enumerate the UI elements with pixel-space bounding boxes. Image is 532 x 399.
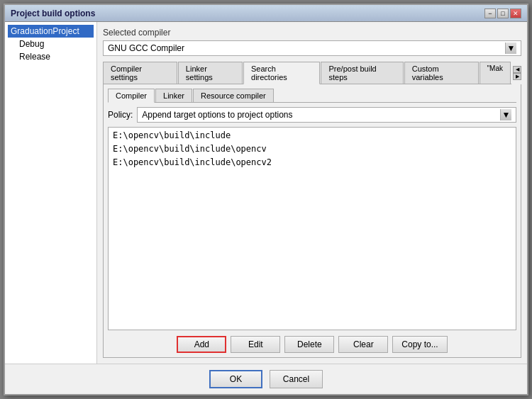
policy-dropdown-arrow[interactable]: ▼ [500, 109, 511, 120]
main-tabs-row: Compiler settings Linker settings Search… [103, 62, 521, 84]
tab-compiler-settings[interactable]: Compiler settings [103, 62, 177, 84]
inner-panel: Compiler Linker Resource compiler Policy… [103, 84, 521, 358]
tab-custom-variables[interactable]: Custom variables [404, 62, 479, 84]
maximize-button[interactable]: □ [497, 9, 509, 18]
tab-search-directories[interactable]: Search directories [243, 62, 320, 84]
edit-button[interactable]: Edit [231, 336, 280, 353]
compiler-value: GNU GCC Compiler [108, 43, 184, 53]
action-buttons: Add Edit Delete Clear Copy to... [108, 336, 516, 353]
minimize-button[interactable]: − [484, 9, 496, 18]
dir-entry-1[interactable]: E:\opencv\build\include\opencv [111, 142, 513, 156]
right-panel: Selected compiler GNU GCC Compiler ▼ Com… [97, 22, 527, 364]
tab-linker-settings[interactable]: Linker settings [178, 62, 243, 84]
policy-row: Policy: Append target options to project… [108, 107, 516, 123]
tab-more[interactable]: "Mak [480, 62, 511, 84]
tab-pre-post-build[interactable]: Pre/post build steps [321, 62, 403, 84]
ok-button[interactable]: OK [209, 370, 262, 388]
copy-to-button[interactable]: Copy to... [392, 336, 447, 353]
policy-value: Append target options to project options [142, 110, 292, 120]
selected-compiler-label: Selected compiler [103, 28, 521, 38]
dialog-footer: OK Cancel [5, 364, 527, 394]
clear-button[interactable]: Clear [338, 336, 388, 353]
dir-entry-2[interactable]: E:\opencv\build\include\opencv2 [111, 156, 513, 169]
close-button[interactable]: ✕ [510, 9, 521, 18]
tab-inner-linker[interactable]: Linker [155, 89, 192, 102]
tree-item-release[interactable]: Release [8, 50, 94, 63]
tree-item-debug[interactable]: Debug [8, 38, 94, 50]
dialog-title: Project build options [11, 9, 95, 18]
tab-inner-compiler[interactable]: Compiler [108, 89, 155, 103]
left-panel: GraduationProject Debug Release [5, 22, 97, 364]
main-tabs: Compiler settings Linker settings Search… [103, 62, 511, 84]
add-button[interactable]: Add [177, 336, 226, 353]
tab-inner-resource-compiler[interactable]: Resource compiler [193, 89, 274, 102]
tabs-scroll-controls: ◀ ▶ [513, 62, 521, 84]
inner-tabs: Compiler Linker Resource compiler [108, 89, 516, 103]
delete-button[interactable]: Delete [284, 336, 334, 353]
policy-dropdown[interactable]: Append target options to project options… [137, 107, 516, 123]
compiler-dropdown[interactable]: GNU GCC Compiler ▼ [103, 40, 521, 56]
compiler-dropdown-arrow[interactable]: ▼ [505, 43, 516, 54]
dialog-body: GraduationProject Debug Release Selected… [5, 22, 527, 364]
directories-list[interactable]: E:\opencv\build\include E:\opencv\build\… [108, 127, 516, 330]
policy-label: Policy: [108, 110, 133, 120]
title-bar-controls: − □ ✕ [484, 9, 521, 18]
title-bar: Project build options − □ ✕ [5, 5, 527, 22]
tabs-scroll-left[interactable]: ◀ [513, 66, 521, 73]
cancel-button[interactable]: Cancel [270, 370, 323, 388]
tree-item-project[interactable]: GraduationProject [8, 25, 94, 38]
project-build-options-dialog: Project build options − □ ✕ GraduationPr… [4, 4, 528, 395]
dir-entry-0[interactable]: E:\opencv\build\include [111, 129, 513, 142]
tabs-scroll-right[interactable]: ▶ [513, 73, 521, 80]
